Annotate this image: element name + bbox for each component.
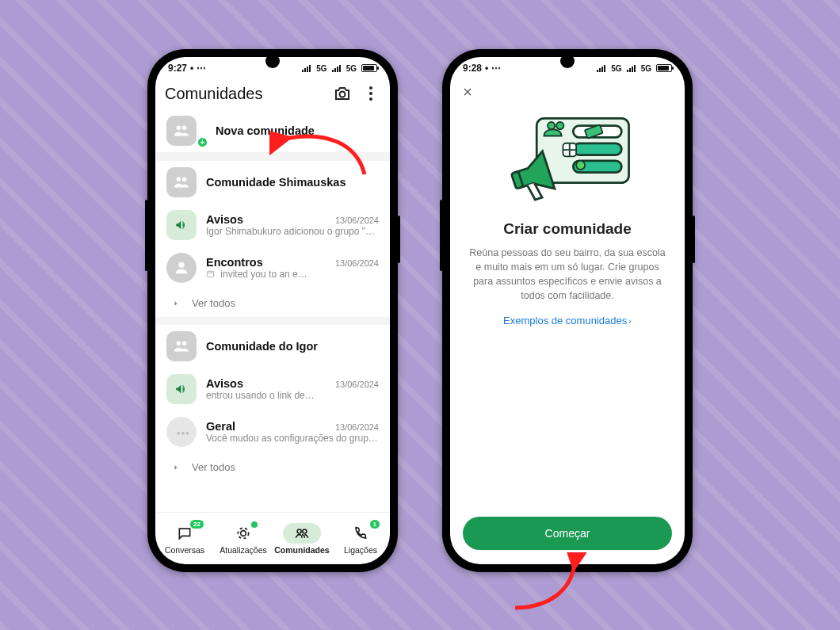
- svg-point-7: [181, 432, 185, 435]
- svg-point-1: [369, 86, 372, 90]
- tab-communities[interactable]: Comunidades: [273, 513, 331, 564]
- community-name: Comunidade do Igor: [206, 340, 379, 353]
- svg-rect-5: [207, 271, 213, 277]
- item-date: 13/06/2024: [335, 258, 379, 268]
- item-date: 13/06/2024: [335, 422, 379, 432]
- status-dot-icon: •: [190, 63, 193, 74]
- community-header[interactable]: Comunidade Shimauskas: [155, 161, 390, 204]
- new-community-button[interactable]: + Nova comunidade: [155, 109, 390, 153]
- tab-label: Conversas: [165, 545, 204, 555]
- chevron-right-icon: [171, 299, 181, 308]
- community-header[interactable]: Comunidade do Igor: [155, 325, 390, 368]
- svg-point-20: [556, 122, 563, 129]
- list-item[interactable]: Geral 13/06/2024 Você mudou as configura…: [155, 410, 390, 453]
- community-icon: [166, 331, 197, 361]
- item-title: Avisos: [206, 213, 329, 226]
- signal-icon: [597, 64, 606, 72]
- tab-badge: 22: [190, 520, 204, 529]
- camera-icon[interactable]: [333, 84, 352, 103]
- phone-left: 9:27 • ⋯ 5G 5G Comunidades: [147, 49, 398, 572]
- community-name: Comunidade Shimauskas: [206, 176, 379, 189]
- bottom-nav: 22 Conversas Atualizações Comunidades: [155, 512, 390, 564]
- list-item[interactable]: Encontros 13/06/2024 invited you to an e…: [155, 246, 390, 289]
- community-icon: [166, 167, 197, 197]
- tab-label: Ligações: [344, 545, 377, 555]
- group-icon: [166, 253, 197, 283]
- more-icon[interactable]: [361, 84, 380, 103]
- battery-icon: [361, 64, 377, 72]
- chats-icon: [177, 525, 193, 541]
- calendar-icon: [206, 269, 215, 278]
- close-icon[interactable]: [461, 86, 474, 101]
- bottom-area: Começar: [450, 507, 685, 564]
- svg-point-18: [576, 161, 585, 170]
- section-gap: [155, 153, 390, 161]
- svg-point-6: [178, 432, 181, 435]
- tab-updates[interactable]: Atualizações: [214, 513, 273, 564]
- see-all-label: Ver todos: [192, 297, 235, 309]
- status-net2: 5G: [346, 64, 357, 73]
- status-time: 9:28: [463, 63, 482, 74]
- svg-point-19: [548, 122, 555, 129]
- calls-icon: [353, 525, 368, 541]
- power-button: [693, 216, 695, 263]
- item-title: Encontros: [206, 256, 329, 269]
- svg-rect-16: [573, 143, 621, 155]
- tab-label: Comunidades: [274, 545, 329, 555]
- see-all-link[interactable]: Ver todos: [155, 289, 390, 317]
- item-sub-text: invited you to an e…: [220, 269, 307, 280]
- community-icon: [166, 116, 197, 146]
- signal-icon-2: [627, 64, 636, 72]
- updates-icon: [235, 525, 251, 541]
- item-sub: invited you to an e…: [206, 269, 379, 280]
- svg-point-3: [369, 97, 372, 101]
- list-item[interactable]: Avisos 13/06/2024 Igor Shimabukuro adici…: [155, 204, 390, 246]
- svg-point-10: [238, 528, 248, 538]
- phone-right: 9:28 • ⋯ 5G 5G: [442, 49, 693, 572]
- tab-badge: 1: [370, 520, 380, 529]
- status-time: 9:27: [168, 63, 187, 74]
- signal-icon: [302, 64, 311, 72]
- item-date: 13/06/2024: [335, 216, 379, 225]
- plus-badge-icon: +: [197, 136, 208, 148]
- svg-point-8: [186, 432, 189, 435]
- app-bar: Comunidades: [155, 79, 390, 109]
- screen-create-community: 9:28 • ⋯ 5G 5G: [450, 57, 685, 564]
- create-community-heading: Criar comunidade: [450, 220, 685, 238]
- svg-point-2: [369, 92, 372, 95]
- start-button[interactable]: Começar: [463, 517, 672, 550]
- item-title: Geral: [206, 420, 329, 433]
- status-net1: 5G: [611, 64, 621, 73]
- status-dot-icon: •: [485, 63, 488, 74]
- screen-communities: 9:27 • ⋯ 5G 5G Comunidades: [155, 57, 390, 564]
- see-all-label: Ver todos: [192, 461, 235, 473]
- status-more-icon: ⋯: [491, 63, 501, 74]
- svg-point-12: [303, 529, 307, 533]
- see-all-link[interactable]: Ver todos: [155, 453, 390, 481]
- volume-buttons: [440, 200, 442, 271]
- signal-icon-2: [332, 64, 342, 72]
- tab-dot: [251, 521, 258, 528]
- tab-chats[interactable]: 22 Conversas: [155, 513, 214, 564]
- tab-calls[interactable]: 1 Ligações: [331, 513, 390, 564]
- svg-point-0: [340, 92, 346, 97]
- examples-link[interactable]: Exemplos de comunidades›: [450, 315, 685, 326]
- page-title: Comunidades: [165, 85, 323, 103]
- section-gap: [155, 317, 390, 325]
- list-item[interactable]: Avisos 13/06/2024 entrou usando o link d…: [155, 368, 390, 410]
- battery-icon: [656, 64, 672, 72]
- chevron-right-icon: ›: [628, 316, 632, 326]
- volume-buttons: [145, 200, 147, 271]
- group-icon: [166, 417, 197, 447]
- top-bar: [450, 79, 685, 108]
- status-net1: 5G: [316, 64, 326, 73]
- chevron-right-icon: [171, 463, 181, 472]
- item-sub: Igor Shimabukuro adicionou o grupo "Enco…: [206, 226, 379, 237]
- front-camera: [560, 54, 575, 68]
- announcement-icon: [166, 210, 197, 240]
- create-community-desc: Reúna pessoas do seu bairro, da sua esco…: [450, 246, 685, 304]
- svg-point-9: [241, 530, 246, 536]
- item-sub: entrou usando o link de…: [206, 390, 379, 401]
- svg-point-11: [297, 529, 301, 533]
- status-more-icon: ⋯: [197, 63, 206, 74]
